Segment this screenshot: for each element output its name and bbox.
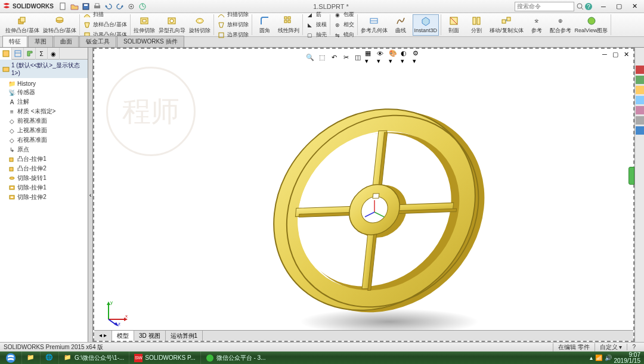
hole-wizard-button[interactable]: 异型孔向导 bbox=[157, 14, 187, 36]
side-flyout-tab[interactable] bbox=[628, 167, 634, 185]
model-tab[interactable]: 模型 bbox=[112, 331, 134, 341]
system-tray[interactable]: ▴ 📶 🔊 9:07 2019/1/15 bbox=[586, 352, 645, 364]
reference-button[interactable]: ※参考 bbox=[526, 14, 547, 36]
curves-button[interactable]: 曲线 bbox=[390, 14, 411, 36]
taskbar-pinned-1[interactable]: 📁 bbox=[21, 351, 40, 364]
help-button[interactable]: ? bbox=[584, 2, 593, 11]
tray-network-icon[interactable]: 📶 bbox=[595, 354, 602, 361]
apply-scene-icon[interactable]: ◐ ▾ bbox=[401, 52, 410, 62]
previous-view-icon[interactable]: ↶ bbox=[329, 52, 339, 62]
instant3d-button[interactable]: Instant3D bbox=[413, 14, 439, 36]
tree-feature-2[interactable]: 凸台-拉伸2 bbox=[1, 164, 86, 173]
boundary-cut-button[interactable]: 边界切除 bbox=[216, 30, 250, 40]
motion-tab[interactable]: 运动算例1 bbox=[166, 331, 203, 341]
view-triad[interactable]: y x z bbox=[101, 298, 130, 326]
tree-collapse-handle[interactable]: ‹ bbox=[88, 48, 93, 342]
rebuild-button[interactable] bbox=[138, 2, 147, 11]
tray-up-icon[interactable]: ▴ bbox=[590, 354, 593, 361]
view-orientation-icon[interactable]: ◫ bbox=[353, 52, 363, 62]
tab-surface[interactable]: 曲面 bbox=[54, 36, 79, 47]
taskbar-solidworks-window[interactable]: SWSOLIDWORKS P... bbox=[129, 351, 200, 364]
wrap-button[interactable]: ◉包覆 bbox=[332, 10, 355, 20]
realview-button[interactable]: RealView图形 bbox=[574, 14, 609, 36]
display-style-icon[interactable]: ▦ ▾ bbox=[365, 52, 374, 62]
zoom-area-icon[interactable]: ⬚ bbox=[317, 52, 327, 62]
tree-top-plane[interactable]: ◇上视基准面 bbox=[1, 126, 86, 135]
loft-button[interactable]: 放样凸台/基体 bbox=[82, 20, 128, 30]
revolve-boss-button[interactable]: 旋转凸台/基体 bbox=[42, 14, 78, 36]
hide-show-icon[interactable]: 👁 ▾ bbox=[377, 52, 386, 62]
section-view-icon[interactable]: ✂ bbox=[341, 52, 351, 62]
open-button[interactable] bbox=[70, 2, 79, 11]
fillet-button[interactable]: 圆角 bbox=[254, 14, 275, 36]
revolve-cut-button[interactable]: 旋转切除 bbox=[188, 14, 212, 36]
edit-appearance-icon[interactable]: 🎨 ▾ bbox=[389, 52, 398, 62]
taskpane-forum-icon[interactable] bbox=[636, 126, 644, 135]
taskbar-explorer-window[interactable]: 📁G:\微信公众号\1-... bbox=[58, 351, 129, 364]
status-help-icon[interactable]: ? bbox=[627, 344, 640, 350]
linear-pattern-button[interactable]: 线性阵列 bbox=[277, 14, 301, 36]
tree-feature-1[interactable]: 凸台-拉伸1 bbox=[1, 154, 86, 164]
search-icon[interactable] bbox=[576, 2, 584, 11]
shell-button[interactable]: ▢抽壳 bbox=[305, 30, 328, 40]
taskpane-custom-props-icon[interactable] bbox=[636, 116, 644, 125]
intersect-button[interactable]: ⊗相交 bbox=[332, 20, 355, 30]
mirror-button[interactable]: ⇋镜向 bbox=[332, 30, 355, 40]
tree-material[interactable]: ≡材质 <未指定> bbox=[1, 107, 86, 116]
tree-origin[interactable]: ↳原点 bbox=[1, 145, 86, 154]
tree-tab-property[interactable] bbox=[12, 48, 24, 60]
tree-history[interactable]: 📁History bbox=[1, 79, 86, 88]
mate-ref-button[interactable]: ⊕配合参考 bbox=[549, 14, 572, 36]
zoom-fit-icon[interactable]: 🔍 bbox=[305, 52, 315, 62]
tab-sheetmetal[interactable]: 钣金工具 bbox=[79, 36, 116, 47]
tree-root[interactable]: 1 (默认<<默认>_显示状态 1>) bbox=[0, 60, 88, 78]
taskpane-resources-icon[interactable] bbox=[636, 66, 644, 74]
tray-volume-icon[interactable]: 🔊 bbox=[605, 354, 612, 361]
maximize-button[interactable]: ▢ bbox=[612, 2, 626, 11]
taskbar-pinned-2[interactable]: 🌐 bbox=[40, 351, 58, 364]
new-button[interactable] bbox=[58, 2, 68, 11]
tree-feature-5[interactable]: 切除-拉伸2 bbox=[1, 192, 86, 202]
tree-front-plane[interactable]: ◇前视基准面 bbox=[1, 116, 86, 126]
minimize-button[interactable]: ─ bbox=[596, 2, 611, 11]
tree-annotations[interactable]: A注解 bbox=[1, 97, 86, 107]
sweep-button[interactable]: 扫描 bbox=[82, 10, 128, 20]
taskpane-design-library-icon[interactable] bbox=[636, 76, 644, 84]
status-custom[interactable]: 自定义 ▾ bbox=[595, 343, 627, 351]
tree-tab-config[interactable] bbox=[24, 48, 36, 60]
vp-minimize-button[interactable]: ─ bbox=[600, 50, 609, 58]
tree-tab-display[interactable]: ◉ bbox=[48, 48, 60, 60]
taskpane-view-palette-icon[interactable] bbox=[636, 96, 644, 104]
graphics-viewport[interactable]: 程师 🔍 ⬚ ↶ ✂ ◫ ▦ ▾ 👁 ▾ 🎨 ▾ ◐ ▾ ⚙ ▾ ─ ▢ ✕ bbox=[93, 48, 634, 342]
tree-feature-4[interactable]: 切除-拉伸1 bbox=[1, 183, 86, 192]
sweep-cut-button[interactable]: 扫描切除 bbox=[216, 10, 250, 20]
taskbar-wechat-window[interactable]: 微信公众平台 - 3... bbox=[200, 351, 271, 364]
3dview-tab[interactable]: 3D 视图 bbox=[134, 331, 166, 341]
move-copy-button[interactable]: 移动/复制实体 bbox=[488, 14, 525, 36]
tray-clock[interactable]: 9:07 2019/1/15 bbox=[614, 352, 641, 364]
tree-feature-3[interactable]: 切除-旋转1 bbox=[1, 173, 86, 183]
tree-right-plane[interactable]: ◇右视基准面 bbox=[1, 135, 86, 145]
tab-sketch[interactable]: 草图 bbox=[28, 36, 53, 47]
draft-button[interactable]: ◣拔模 bbox=[305, 20, 328, 30]
tree-tab-feature[interactable] bbox=[0, 48, 12, 60]
tab-feature[interactable]: 特征 bbox=[2, 36, 27, 47]
rib-button[interactable]: ◢筋 bbox=[305, 10, 328, 20]
tree-sensors[interactable]: 📡传感器 bbox=[1, 88, 86, 97]
extrude-boss-button[interactable]: 拉伸凸台/基体 bbox=[4, 14, 41, 36]
view-settings-icon[interactable]: ⚙ ▾ bbox=[413, 52, 422, 62]
vp-maximize-button[interactable]: ▢ bbox=[611, 50, 620, 58]
loft-cut-button[interactable]: 放样切除 bbox=[216, 20, 250, 30]
split-button[interactable]: 分割 bbox=[466, 14, 487, 36]
vp-close-button[interactable]: ✕ bbox=[621, 50, 631, 58]
tree-tab-dim[interactable]: Σ bbox=[36, 48, 48, 60]
taskpane-file-explorer-icon[interactable] bbox=[636, 86, 644, 94]
extrude-cut-button[interactable]: 拉伸切除 bbox=[132, 14, 156, 36]
search-commands-input[interactable] bbox=[515, 2, 574, 11]
tab-plugins[interactable]: SOLIDWORKS 插件 bbox=[117, 36, 184, 47]
section-button[interactable]: 剖面 bbox=[443, 14, 465, 36]
ref-geometry-button[interactable]: 参考几何体 bbox=[360, 14, 389, 36]
taskpane-appearances-icon[interactable] bbox=[636, 106, 644, 114]
close-button[interactable]: ✕ bbox=[627, 2, 642, 11]
start-button[interactable] bbox=[0, 351, 21, 364]
